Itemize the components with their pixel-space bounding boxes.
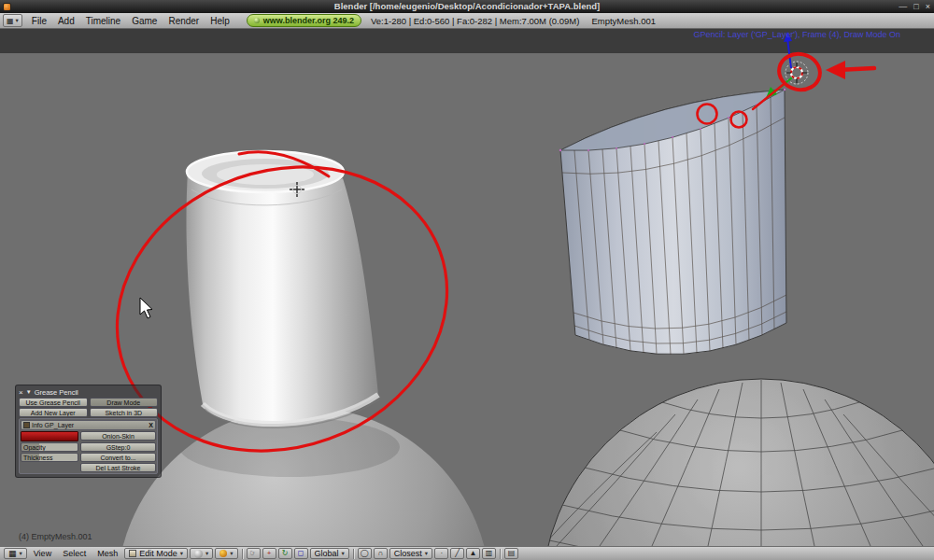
rotate-icon: ↻ — [282, 550, 289, 557]
render-preview-button[interactable]: ▤ — [504, 548, 518, 559]
grease-pencil-panel-header[interactable]: × ▼ Grease Pencil — [19, 387, 158, 397]
gpencil-status-text: GPencil: Layer ('GP_Layer'), Frame (4), … — [693, 30, 900, 39]
edge-select-icon: ╱ — [455, 550, 460, 557]
orientation-dropdown[interactable]: Global ▾ — [310, 548, 349, 559]
onion-skin-button[interactable]: Onion-Skin — [80, 431, 156, 441]
3d-viewport[interactable]: GPencil: Layer ('GP_Layer'), Frame (4), … — [0, 29, 934, 546]
render-icon: ▤ — [508, 550, 516, 557]
menu-select[interactable]: Select — [58, 549, 91, 558]
manipulator-toggle[interactable]: ☞ — [247, 548, 261, 559]
thickness-slider[interactable]: Thickness — [21, 453, 78, 462]
sketch-in-3d-button[interactable]: Sketch in 3D — [90, 408, 159, 417]
top-header-bar: ▦ ▾ File Add Timeline Game Render Help w… — [0, 13, 934, 29]
proportional-edit-icon: ◯ — [361, 550, 369, 557]
blender-window: Blender [/home/eugenio/Desktop/Acondicio… — [0, 0, 934, 560]
snap-toggle[interactable]: ∩ — [374, 548, 388, 559]
menu-mesh[interactable]: Mesh — [92, 549, 122, 558]
scene-stats: Ve:1-280 | Ed:0-560 | Fa:0-282 | Mem:7.0… — [371, 16, 579, 26]
hand-icon: ☞ — [249, 550, 256, 557]
minimize-icon[interactable]: — — [899, 2, 907, 11]
layer-color-swatch[interactable] — [21, 431, 78, 441]
pivot-point-icon — [219, 550, 227, 557]
del-last-stroke-button[interactable]: Del Last Stroke — [80, 463, 156, 472]
chevron-down-icon: ▾ — [342, 550, 345, 557]
opacity-slider[interactable]: Opacity — [21, 442, 78, 452]
menu-timeline[interactable]: Timeline — [80, 16, 126, 26]
divider — [242, 549, 243, 559]
manipulator-rotate-toggle[interactable]: ↻ — [278, 548, 292, 559]
menu-help[interactable]: Help — [205, 16, 235, 26]
solid-drawtype-icon — [194, 550, 203, 558]
occlude-icon: ▥ — [486, 550, 493, 557]
select-mode-face-button[interactable]: ▲ — [466, 548, 480, 559]
menu-file[interactable]: File — [26, 16, 52, 26]
layer-delete-icon[interactable]: X — [149, 422, 153, 428]
manipulator-scale-toggle[interactable]: ◻ — [294, 548, 308, 559]
panel-spacer — [21, 463, 78, 472]
chevron-down-icon: ▾ — [20, 550, 22, 557]
divider — [353, 549, 354, 559]
menu-render[interactable]: Render — [163, 16, 205, 26]
snap-target-dropdown[interactable]: Closest ▾ — [389, 548, 432, 559]
viewport-info-label: (4) EmptyMesh.001 — [19, 532, 92, 541]
gpencil-layer-box: Info GP_Layer X Onion-Skin Opacity GStep… — [19, 418, 158, 474]
chevron-down-icon: ▾ — [425, 550, 428, 557]
occlude-geometry-toggle[interactable]: ▥ — [482, 548, 496, 559]
panel-collapse-icon[interactable]: ▼ — [26, 389, 32, 395]
manipulator-translate-toggle[interactable]: + — [262, 548, 276, 559]
menu-view[interactable]: View — [29, 549, 56, 558]
convert-to-button[interactable]: Convert to... — [80, 453, 156, 462]
grease-pencil-panel[interactable]: × ▼ Grease Pencil Use Grease Pencil Draw… — [15, 385, 162, 478]
active-object-name: EmptyMesh.001 — [591, 16, 656, 26]
pivot-dropdown[interactable]: ▾ — [215, 548, 237, 559]
window-title: Blender [/home/eugenio/Desktop/Acondicio… — [0, 0, 934, 13]
panel-title: Grease Pencil — [35, 388, 78, 397]
add-new-layer-button[interactable]: Add New Layer — [19, 408, 88, 417]
layer-title: Info GP_Layer — [32, 422, 147, 428]
translate-icon: + — [267, 550, 272, 557]
divider — [500, 549, 501, 559]
draw-mode-button[interactable]: Draw Mode — [90, 398, 159, 407]
layer-info-icon — [23, 422, 30, 428]
vertex-select-icon: ∙ — [440, 550, 442, 557]
blender-logo-icon — [254, 18, 260, 23]
select-mode-edge-button[interactable]: ╱ — [450, 548, 464, 559]
draw-type-dropdown[interactable]: ▾ — [190, 548, 213, 559]
window-type-icon: ▦ — [7, 17, 14, 25]
window-type-selector[interactable]: ▦ ▾ — [3, 14, 22, 27]
close-icon[interactable]: × — [926, 2, 930, 11]
editor-type-icon: ▦ — [8, 549, 17, 558]
panel-close-icon[interactable]: × — [19, 388, 23, 397]
editor-type-selector[interactable]: ▦ ▾ — [4, 548, 27, 559]
chevron-down-icon: ▾ — [230, 550, 233, 557]
menu-game[interactable]: Game — [126, 16, 163, 26]
viewport-header-bar: ▦ ▾ View Select Mesh Edit Mode ▾ ▾ ▾ ☞ +… — [0, 546, 934, 560]
face-select-icon: ▲ — [470, 550, 477, 557]
edit-mode-icon — [129, 550, 136, 557]
magnet-icon: ∩ — [377, 550, 383, 557]
chevron-down-icon: ▾ — [205, 550, 208, 557]
window-titlebar[interactable]: Blender [/home/eugenio/Desktop/Acondicio… — [0, 0, 934, 13]
maximize-icon[interactable]: □ — [913, 2, 918, 11]
scale-icon: ◻ — [298, 550, 304, 557]
blender-version-badge[interactable]: www.blender.org 249.2 — [247, 14, 361, 27]
use-grease-pencil-button[interactable]: Use Grease Pencil — [19, 398, 88, 407]
proportional-edit-toggle[interactable]: ◯ — [358, 548, 372, 559]
mode-dropdown[interactable]: Edit Mode ▾ — [124, 548, 188, 559]
chevron-down-icon: ▾ — [180, 550, 183, 557]
select-mode-vertex-button[interactable]: ∙ — [434, 548, 448, 559]
chevron-down-icon: ▾ — [16, 17, 19, 24]
gstep-field[interactable]: GStep:0 — [80, 442, 156, 452]
menu-add[interactable]: Add — [52, 16, 80, 26]
